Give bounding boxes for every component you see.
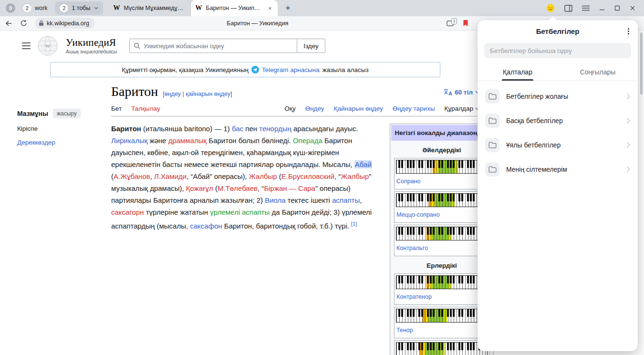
assistant-icon[interactable]: [546, 4, 555, 12]
language-icon: A: [443, 88, 452, 96]
piano-keyboard-image[interactable]: [396, 227, 488, 240]
hamburger-menu-icon[interactable]: [22, 42, 31, 49]
folder-icon: [485, 162, 499, 177]
piano-keyboard-image[interactable]: [396, 342, 488, 355]
article-text: ,: [360, 196, 362, 204]
article-link[interactable]: саксафон: [190, 222, 222, 230]
chevron-right-icon: [626, 142, 630, 148]
article-link[interactable]: Виола: [265, 196, 286, 204]
article-link[interactable]: Абай: [354, 160, 372, 168]
article-link[interactable]: тенордың: [259, 125, 291, 133]
article-link[interactable]: үрлемелі аспапты: [210, 208, 270, 216]
page-tab[interactable]: Құралдар: [445, 105, 479, 112]
piano-keyboard-image[interactable]: [396, 275, 488, 289]
article-link[interactable]: М.Төлебаев: [218, 184, 258, 192]
browser-tab[interactable]: WМүслім Мұхаммедұлы Ма: [109, 0, 191, 16]
chevron-down-icon: [94, 7, 98, 10]
voice-label[interactable]: Сопрано: [396, 176, 421, 188]
page-tab[interactable]: Қайнарын өңдеу: [334, 105, 383, 112]
article-text: Баритон, баритондық гобой, т.б.) түрі.: [222, 222, 351, 230]
article-text: түрлеріне жататын: [144, 208, 210, 216]
lock-icon: [39, 20, 44, 26]
edit-link[interactable]: өңдеу: [165, 91, 181, 97]
piano-keyboard-image[interactable]: [396, 309, 488, 323]
voice-label[interactable]: Тенор: [396, 324, 413, 336]
article-link[interactable]: Операда: [293, 136, 322, 145]
browser-menu-icon[interactable]: [582, 5, 590, 11]
voice-label-row: Контратенор: [396, 291, 488, 303]
telegram-link[interactable]: Telegram арнасына: [262, 66, 320, 73]
kebab-menu-icon[interactable]: [628, 27, 629, 35]
banner-text: Құрметті оқырман, қазақша Уикипедияның: [122, 66, 249, 73]
article-link[interactable]: Е.Брусиловский: [281, 172, 334, 180]
bookmark-folder-item[interactable]: Менің сілтемелерім: [478, 157, 638, 181]
bookmarks-tab-folders[interactable]: Қалталар: [478, 63, 558, 81]
bookmarks-tabs: ҚалталарСоңғылары: [478, 63, 638, 81]
tab-group-collapsed-badge[interactable]: 0: [6, 3, 15, 13]
close-button[interactable]: [630, 5, 635, 11]
article-body: Негізгі вокалды диапазондар ӘйелдердікіС…: [111, 123, 484, 355]
browser-tab[interactable]: WБаритон — Уикипедия×: [191, 0, 278, 16]
wikipedia-globe-logo[interactable]: W: [37, 35, 58, 56]
page-tab[interactable]: Оқу: [284, 105, 295, 112]
refresh-button[interactable]: [20, 20, 27, 27]
voice-label[interactable]: Меццо-сопрано: [396, 209, 440, 221]
voice-label[interactable]: Контратенор: [396, 291, 432, 303]
new-tab-button[interactable]: +: [281, 1, 295, 15]
article-text: Баритон болып бөлінеді.: [207, 136, 293, 145]
side-panel-icon[interactable]: [564, 5, 572, 12]
voice-label-row: Меццо-сопрано: [396, 209, 488, 221]
address-bar[interactable]: kk.wikipedia.org: [35, 18, 95, 29]
voice-range-item: Баритон: [394, 340, 489, 355]
language-count: 60 тіл: [455, 89, 473, 96]
article-link[interactable]: [1]: [351, 221, 357, 227]
wikipedia-wordmark[interactable]: УикипедиЯ Ашық энциклопедиясы: [66, 37, 117, 54]
bookmark-folder-item[interactable]: Басқа бетбелгілер: [478, 108, 638, 133]
tab-counter-icon[interactable]: 1: [447, 20, 454, 26]
bookmark-flag-icon[interactable]: [463, 20, 468, 27]
wiki-search-button[interactable]: Іздеу: [297, 39, 325, 53]
piano-keyboard-image[interactable]: [396, 160, 488, 174]
article-link[interactable]: драммалық: [168, 136, 207, 145]
page-scrollbar[interactable]: [640, 32, 643, 94]
tab-group-work[interactable]: 2 work: [18, 1, 52, 15]
voice-range-item: Контратенор: [394, 273, 489, 305]
page-tab[interactable]: Бет: [111, 105, 122, 112]
page-tab[interactable]: Талқылау: [131, 105, 160, 112]
toc-item[interactable]: Кіріспе: [17, 125, 94, 132]
black-keys: [396, 160, 487, 168]
article-link[interactable]: аспапты: [332, 196, 360, 204]
article-link[interactable]: Қожағұл: [186, 184, 213, 192]
tab-group-count-badge: 2: [23, 4, 31, 12]
tab-group-label: 1 тобы: [72, 5, 90, 11]
page-tab[interactable]: Өңдеу тарихы: [393, 105, 435, 112]
edit-source-link[interactable]: қайнарын өңдеу: [186, 91, 230, 97]
tab-bar: 0 2 work 2 1 тобы WМүслім Мұхаммедұлы Ма…: [0, 0, 644, 16]
bookmark-folder-item[interactable]: Бетбелгілер жолағы: [478, 84, 638, 108]
minimize-button[interactable]: [599, 5, 605, 11]
maximize-button[interactable]: [614, 5, 620, 11]
article-link[interactable]: Жалбыр: [249, 172, 277, 180]
article-link[interactable]: А.Жұбанов: [114, 172, 150, 180]
page-tab[interactable]: Өңдеу: [305, 105, 324, 112]
article-link[interactable]: бас: [232, 125, 243, 133]
article-link[interactable]: Л.Хамиди: [154, 172, 187, 180]
article-link[interactable]: Лирикалық: [111, 136, 147, 145]
black-keys: [396, 194, 487, 201]
voice-label-row: Тенор: [396, 324, 488, 336]
piano-keyboard-image[interactable]: [396, 193, 488, 207]
bookmarks-tab-recent[interactable]: Соңғылары: [558, 63, 638, 81]
bookmarks-search-input[interactable]: [490, 47, 625, 54]
wiki-search-input[interactable]: [144, 42, 293, 50]
tab-close-icon[interactable]: ×: [267, 5, 273, 12]
tab-group-1-toby[interactable]: 2 1 тобы: [55, 1, 103, 15]
article-link[interactable]: Жалбыр: [341, 172, 369, 180]
voice-label[interactable]: Контральто: [396, 242, 428, 254]
back-button[interactable]: [5, 20, 12, 27]
toc-hide-button[interactable]: жасыру: [53, 109, 81, 118]
bookmark-folder-item[interactable]: Ұялы бетбелгілер: [478, 133, 638, 157]
article-link[interactable]: Біржан — Сара: [264, 184, 315, 192]
toc-item[interactable]: Дереккөздер: [17, 139, 94, 146]
article-link[interactable]: саксагорн: [111, 208, 144, 216]
bookmarks-search[interactable]: [484, 43, 631, 58]
